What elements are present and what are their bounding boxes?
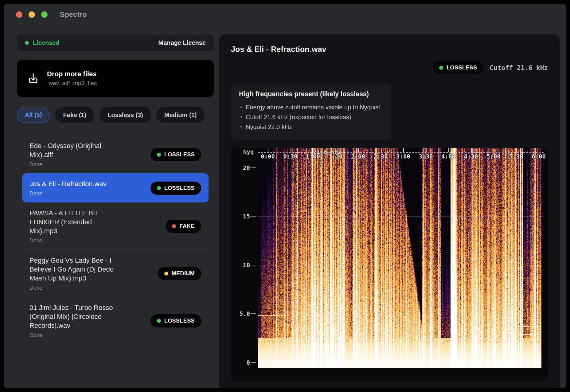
time-tick [358, 148, 359, 152]
freq-tick-dash [251, 167, 256, 168]
freq-gridline [258, 265, 544, 265]
freq-tick-dash [251, 265, 256, 265]
filter-chip[interactable]: Lossless (3) [100, 107, 151, 123]
file-name: Peggy Gou Vs Lady Bee - I Believe I Go A… [29, 256, 119, 283]
file-verdict-badge: LOSSLESS [150, 148, 201, 161]
file-row[interactable]: Ede - Odyssey (Original Mix).aiffDoneLOS… [22, 135, 209, 173]
freq-tick-dash [251, 362, 256, 363]
manage-license-button[interactable]: Manage License [158, 39, 206, 46]
time-axis-label: 0:00 [261, 153, 275, 160]
time-axis-label: 5:30 [509, 153, 523, 160]
app-window: Spectro Licensed Manage License D [4, 4, 566, 388]
file-status: Done [29, 332, 119, 339]
nyquist-line-label: Nyq [243, 148, 254, 155]
sidebar: Licensed Manage License Drop more files … [17, 34, 214, 344]
file-row[interactable]: Jos & Eli - Refraction.wavDoneLOSSLESS [22, 173, 209, 202]
file-row[interactable]: PAWSA - A LITTLE BIT FUNKIER (Extended M… [22, 202, 209, 249]
time-tick [426, 148, 427, 152]
filter-chip[interactable]: All (5) [17, 107, 50, 123]
verdict-bullets: Energy above cutoff remains visible up t… [239, 102, 380, 132]
license-status: Licensed [33, 39, 60, 46]
drop-zone-formats: .wav .aiff .mp3 .flac [47, 80, 97, 87]
file-drop-zone[interactable]: Drop more files .wav .aiff .mp3 .flac [17, 60, 214, 97]
file-name: 01 Jimi Jules - Turbo Rosso (Original Mi… [29, 303, 119, 330]
time-tick [494, 148, 494, 152]
time-tick [268, 148, 268, 152]
title-bar: Spectro [4, 4, 566, 25]
file-row[interactable]: Peggy Gou Vs Lady Bee - I Believe I Go A… [22, 249, 209, 297]
cutoff-dashed-line [258, 152, 544, 153]
file-badge-label: MEDIUM [172, 270, 195, 277]
detail-verdict-badge: LOSSLESS [433, 61, 483, 74]
time-tick [291, 148, 291, 152]
verdict-bullet: Cutoff 21.6 kHz (expected for lossless) [239, 112, 380, 122]
file-status: Done [29, 190, 119, 197]
upload-tray-icon [27, 72, 40, 85]
file-name: Ede - Odyssey (Original Mix).aiff [29, 141, 119, 159]
file-verdict-badge: FAKE [166, 220, 201, 233]
verdict-heading: High frequencies present (likely lossles… [239, 90, 380, 98]
freq-gridline [258, 363, 544, 363]
verdict-bullet: Energy above cutoff remains visible up t… [239, 102, 380, 112]
time-axis-label: 4:30 [464, 153, 478, 160]
file-name: PAWSA - A LITTLE BIT FUNKIER (Extended M… [29, 209, 119, 235]
detail-badge-label: LOSSLESS [447, 65, 477, 71]
detail-panel: Jos & Eli - Refraction.wav LOSSLESS Cuto… [219, 34, 560, 388]
file-row[interactable]: 01 Jimi Jules - Turbo Rosso (Original Mi… [22, 297, 209, 344]
file-badge-label: FAKE [179, 223, 195, 229]
verdict-dot-icon [172, 224, 176, 228]
cutoff-readout: Cutoff 21.6 kHz [490, 64, 548, 72]
freq-axis-label: 0 [231, 359, 250, 366]
time-axis-label: 2:30 [374, 153, 388, 160]
close-window-button[interactable] [16, 11, 22, 18]
file-badge-label: LOSSLESS [164, 185, 195, 191]
minimize-window-button[interactable] [29, 11, 35, 18]
zoom-window-button[interactable] [41, 11, 48, 18]
freq-axis-label: 15 [231, 213, 250, 220]
filter-chip[interactable]: Fake (1) [55, 107, 95, 123]
time-axis-label: 6:00 [532, 153, 546, 160]
file-verdict-badge: LOSSLESS [150, 314, 201, 327]
time-tick [381, 148, 381, 152]
verdict-dot-icon [164, 272, 168, 276]
file-status: Done [29, 237, 119, 244]
spectrogram-card: 2015105.000:000:301:001:302:002:303:003:… [231, 148, 548, 381]
cutoff-line-label: 21.6 kHz [313, 148, 342, 155]
file-list: Ede - Odyssey (Original Mix).aiffDoneLOS… [17, 135, 214, 344]
verdict-dot-icon [439, 66, 443, 70]
drop-zone-title: Drop more files [47, 70, 97, 78]
freq-tick-dash [251, 313, 256, 314]
time-tick [403, 148, 404, 152]
spectrogram-canvas[interactable] [258, 148, 544, 368]
verdict-dot-icon [157, 319, 161, 323]
file-badge-label: LOSSLESS [164, 318, 195, 324]
file-verdict-badge: MEDIUM [158, 267, 201, 280]
time-axis-label: 0:30 [283, 153, 298, 160]
freq-axis-label: 10 [231, 262, 250, 269]
freq-axis-label: 20 [231, 164, 250, 171]
time-axis-label: 3:30 [419, 153, 433, 160]
verdict-box: High frequencies present (likely lossles… [231, 83, 391, 140]
verdict-dot-icon [157, 186, 161, 190]
detail-title: Jos & Eli - Refraction.wav [231, 45, 548, 54]
freq-gridline [258, 314, 544, 314]
freq-gridline [258, 168, 544, 168]
verdict-bullet: Nyquist 22.0 kHz [239, 122, 380, 132]
freq-tick-dash [251, 216, 256, 217]
time-tick [448, 148, 449, 152]
filter-chip[interactable]: Medium (1) [156, 107, 205, 123]
time-tick [516, 148, 517, 152]
freq-axis-label: 5.0 [231, 310, 250, 317]
file-badge-label: LOSSLESS [164, 151, 195, 158]
file-status: Done [29, 285, 119, 291]
time-tick [539, 148, 539, 152]
app-title: Spectro [60, 10, 87, 19]
time-axis-label: 5:00 [486, 153, 501, 160]
filter-chips: All (5)Fake (1)Lossless (3)Medium (1) [17, 107, 214, 123]
file-name: Jos & Eli - Refraction.wav [29, 179, 119, 188]
file-verdict-badge: LOSSLESS [150, 182, 201, 195]
time-axis-label: 4:00 [441, 153, 455, 160]
time-tick [471, 148, 472, 152]
time-axis-label: 3:00 [396, 153, 410, 160]
time-axis-label: 2:00 [351, 153, 365, 160]
